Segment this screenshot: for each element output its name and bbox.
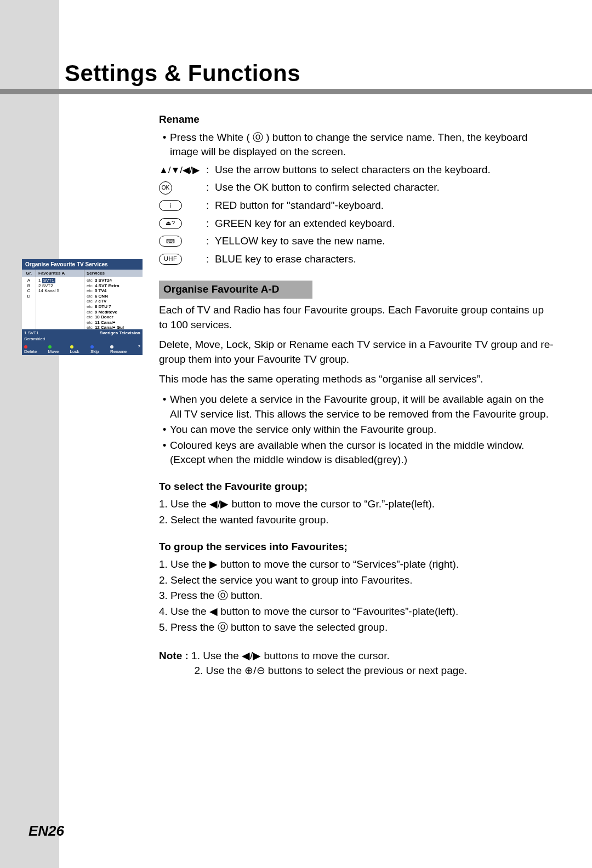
page-number: EN26 [29,823,64,840]
osd-scrambled: Scrambled [22,336,143,343]
key-icon: ▲/▼/◀/▶ [159,165,206,175]
step: 2. Select the wanted favourite group. [159,513,554,528]
def-text: RED button for "standard"-keyboard. [215,198,554,213]
rename-intro: Press the White ( ⓞ ) button to change t… [170,130,554,159]
rename-heading: Rename [159,112,554,127]
step: 5. Press the ⓞ button to save the select… [159,620,554,635]
def-text: YELLOW key to save the new name. [215,234,554,249]
step: 4. Use the ◀ button to move the cursor t… [159,604,554,619]
key-icon: i [159,200,206,211]
osd-info-left: 1 SVT1 [22,329,77,336]
page-title: Settings & Functions [65,60,300,87]
step: 1. Use the ▶ button to move the cursor t… [159,557,554,572]
osd-title: Organise Favourite TV Services [22,259,143,270]
note-label: Note : [159,650,189,661]
left-grey-strip [0,0,59,868]
key-icon: ⏏? [159,218,206,229]
key-icon: ⌨ [159,236,206,247]
select-group-heading: To select the Favourite group; [159,479,554,494]
def-text: Use the arrow buttons to select characte… [215,163,554,178]
def-text: BLUE key to erase characters. [215,252,554,267]
step: 3. Press the ⓞ button. [159,589,554,603]
key-icon: UHF [159,254,206,265]
step: 1. Use the ◀/▶ button to move the cursor… [159,497,554,512]
group-services-heading: To group the services into Favourites; [159,540,554,555]
key-icon: OK [159,181,206,195]
organise-p2: Delete, Move, Lock, Skip or Rename each … [159,338,554,367]
organise-bullet: When you delete a service in the Favouri… [170,392,554,421]
osd-col-gr: Gr. [22,270,36,277]
step: 2. Select the service you want to group … [159,573,554,588]
bullet-icon: • [159,130,170,145]
organise-heading: Organise Favourite A-D [159,281,312,299]
organise-p1: Each of TV and Radio has four Favourite … [159,303,554,332]
def-text: GREEN key for an extended keyboard. [215,216,554,231]
note-item-2: 2. Use the ⊕/⊖ buttons to select the pre… [194,665,467,676]
organise-bullet: You can move the service only within the… [170,422,554,437]
osd-col-favs: Favourites A [36,270,84,277]
osd-screenshot: Organise Favourite TV Services Gr. Favou… [22,259,143,355]
organise-bullet: Coloured keys are available when the cur… [170,438,554,467]
title-rule [0,89,592,94]
osd-info-right: Sveriges Television [77,329,143,336]
def-text: Use the OK button to confirm selected ch… [215,180,554,195]
organise-p3: This mode has the same operating methods… [159,372,554,387]
note-item-1: 1. Use the ◀/▶ buttons to move the curso… [191,650,390,661]
osd-footer: DeleteMoveLockSkipRename? [22,343,143,355]
osd-col-services: Services [84,270,143,277]
